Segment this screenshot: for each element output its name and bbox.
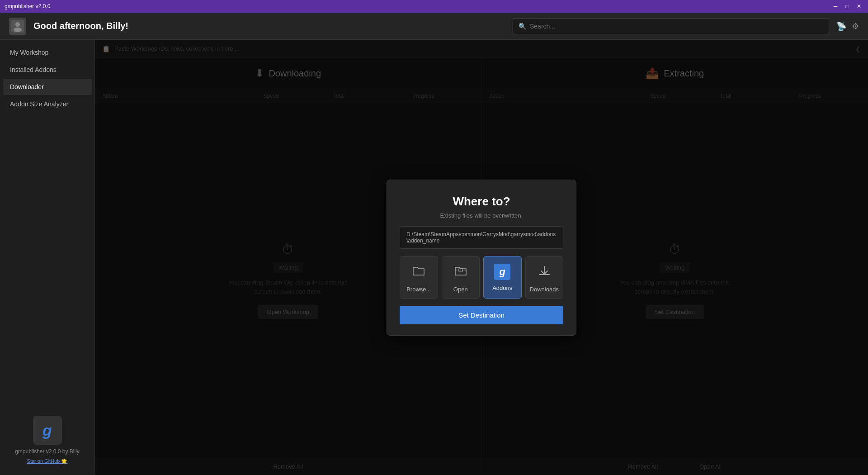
titlebar: gmpublisher v2.0.0 ─ □ ✕ <box>0 0 868 13</box>
sidebar-footer: g gmpublisher v2.0.0 by Billy Star on Gi… <box>0 408 94 471</box>
downloads-icon <box>537 264 552 281</box>
sidebar-item-installed-addons[interactable]: Installed Addons <box>3 62 92 78</box>
sidebar-nav: My Workshop Installed Addons Downloader … <box>0 43 94 113</box>
dialog-option-downloads-label: Downloads <box>530 286 559 293</box>
dialog-path: D:\Steam\SteamApps\common\GarrysMod\garr… <box>400 226 563 249</box>
main-content: 📋 ❮ ⬇ Downloading Addon Speed Total Prog… <box>95 40 868 475</box>
dialog-option-browse[interactable]: Browse... <box>400 256 438 299</box>
svg-point-2 <box>14 28 22 32</box>
greeting-text: Good afternoon, Billy! <box>33 21 505 31</box>
search-input[interactable] <box>530 23 823 30</box>
dialog-option-addons[interactable]: g Addons <box>483 256 522 299</box>
avatar <box>9 18 26 35</box>
sidebar-logo: g <box>33 416 62 445</box>
open-folder-icon <box>453 264 468 281</box>
set-destination-button[interactable]: Set Destination <box>400 306 563 324</box>
search-bar: 🔍 <box>513 18 829 34</box>
dialog-title: Where to? <box>400 195 563 209</box>
sidebar-item-label-installed-addons: Installed Addons <box>10 66 57 73</box>
rss-icon[interactable]: 📡 <box>836 21 846 31</box>
folder-icon <box>411 264 426 281</box>
sidebar: My Workshop Installed Addons Downloader … <box>0 40 95 475</box>
sidebar-app-name: gmpublisher v2.0.0 by Billy <box>15 448 80 455</box>
dialog-option-open-label: Open <box>453 286 468 293</box>
close-button[interactable]: ✕ <box>854 3 863 10</box>
layout: My Workshop Installed Addons Downloader … <box>0 40 868 475</box>
sidebar-item-label-addon-size-analyzer: Addon Size Analyzer <box>10 100 68 108</box>
dialog-subtitle: Existing files will be overwritten. <box>400 212 563 219</box>
dialog-option-addons-label: Addons <box>492 285 512 291</box>
sidebar-item-downloader[interactable]: Downloader <box>3 79 92 95</box>
dialog-overlay: Where to? Existing files will be overwri… <box>95 40 868 475</box>
dialog-option-browse-label: Browse... <box>406 286 431 293</box>
sidebar-github-link[interactable]: Star on GitHub 🌟 <box>27 458 68 464</box>
settings-icon[interactable]: ⚙ <box>852 21 859 31</box>
sidebar-item-label-downloader: Downloader <box>10 83 44 90</box>
svg-point-1 <box>15 22 20 27</box>
sidebar-item-addon-size-analyzer[interactable]: Addon Size Analyzer <box>3 96 92 112</box>
sidebar-item-label-my-workshop: My Workshop <box>10 49 48 56</box>
minimize-button[interactable]: ─ <box>831 3 840 10</box>
dialog-option-open[interactable]: Open <box>442 256 480 299</box>
sidebar-item-my-workshop[interactable]: My Workshop <box>3 44 92 61</box>
dialog: Where to? Existing files will be overwri… <box>387 180 576 336</box>
maximize-button[interactable]: □ <box>843 3 852 10</box>
dialog-option-downloads[interactable]: Downloads <box>525 256 564 299</box>
dialog-options: Browse... Open <box>400 256 563 299</box>
g-logo-icon: g <box>494 264 510 280</box>
search-icon: 🔍 <box>519 23 526 30</box>
titlebar-title: gmpublisher v2.0.0 <box>5 3 50 10</box>
header-icons: 📡 ⚙ <box>836 21 859 31</box>
header: Good afternoon, Billy! 🔍 📡 ⚙ <box>0 13 868 40</box>
titlebar-controls: ─ □ ✕ <box>831 3 863 10</box>
